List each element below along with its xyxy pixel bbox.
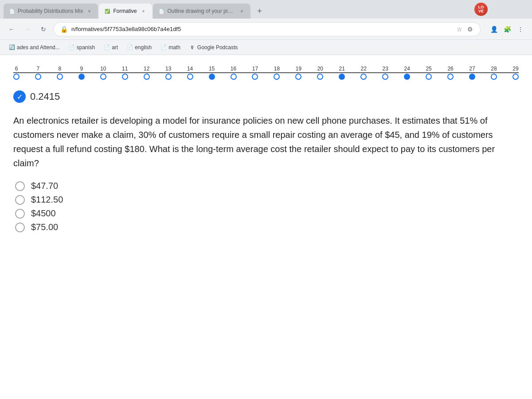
nl-point-29[interactable]: 29	[512, 66, 519, 80]
nl-circle-9[interactable]	[78, 74, 85, 80]
nl-circle-14[interactable]	[187, 74, 193, 80]
bookmark-ades-and-attend...[interactable]: 🔄ades and Attend...	[5, 43, 63, 52]
bookmark-label: spanish	[77, 44, 95, 51]
extension2-icon[interactable]: 🧩	[501, 23, 513, 35]
nl-point-24[interactable]: 24	[404, 66, 410, 80]
tab-tab1[interactable]: 📄Probability Distributions Mix×	[4, 4, 98, 19]
nl-circle-20[interactable]	[317, 74, 323, 80]
nl-circle-12[interactable]	[144, 74, 150, 80]
choice-b[interactable]: $112.50	[15, 195, 519, 205]
nl-point-8[interactable]: 8	[57, 66, 63, 80]
nl-point-7[interactable]: 7	[35, 66, 41, 80]
nl-point-6[interactable]: 6	[13, 66, 20, 80]
tab-tab3[interactable]: 📄Outline drawing of your picture E×	[153, 4, 250, 19]
nl-point-23[interactable]: 23	[382, 66, 388, 80]
nl-point-15[interactable]: 15	[209, 66, 215, 80]
nl-circle-24[interactable]	[404, 74, 410, 80]
nl-point-17[interactable]: 17	[252, 66, 258, 80]
nl-circle-6[interactable]	[13, 74, 20, 80]
profile-avatar[interactable]: LOVE	[474, 3, 488, 16]
choice-text-b: $112.50	[31, 195, 63, 205]
nl-circle-21[interactable]	[339, 74, 345, 80]
account-icon[interactable]: 👤	[488, 23, 500, 35]
nl-circle-16[interactable]	[231, 74, 237, 80]
nl-circle-18[interactable]	[274, 74, 280, 80]
choice-d[interactable]: $75.00	[15, 222, 519, 232]
nl-point-19[interactable]: 19	[295, 66, 301, 80]
menu-icon[interactable]: ⋮	[514, 23, 527, 35]
nl-number-label: 26	[447, 66, 453, 72]
nl-number-label: 16	[231, 66, 236, 72]
tab-favicon: 📄	[9, 8, 15, 14]
nl-point-20[interactable]: 20	[317, 66, 323, 80]
address-bar[interactable]: 🔒 n/formatives/5f7753a3e8a98c06b7a4e1df5…	[53, 22, 481, 36]
nl-circle-8[interactable]	[57, 74, 63, 80]
nl-circle-25[interactable]	[426, 74, 432, 80]
nl-circle-22[interactable]	[360, 74, 367, 80]
nl-number-label: 14	[187, 66, 193, 72]
page-content: 6789101112131415161718192021222324252627…	[0, 55, 532, 399]
bookmark-art[interactable]: 📄art	[100, 43, 121, 52]
nl-point-28[interactable]: 28	[491, 66, 497, 80]
address-bar-row: ← → ↻ 🔒 n/formatives/5f7753a3e8a98c06b7a…	[0, 19, 532, 40]
tab-close-button[interactable]: ×	[238, 8, 245, 15]
bookmark-star-icon[interactable]: ☆	[455, 25, 463, 33]
bookmark-google-podcasts[interactable]: 🎙Google Podcasts	[186, 43, 241, 52]
tab-close-button[interactable]: ×	[140, 8, 147, 15]
check-circle: ✓	[13, 90, 26, 103]
nl-point-25[interactable]: 25	[426, 66, 432, 80]
radio-b[interactable]	[15, 195, 25, 205]
nl-point-18[interactable]: 18	[274, 66, 280, 80]
new-tab-button[interactable]: +	[253, 5, 266, 17]
nl-point-13[interactable]: 13	[165, 66, 172, 80]
question-text: An electronics retailer is developing a …	[13, 113, 519, 170]
nl-circle-13[interactable]	[165, 74, 172, 80]
nl-circle-10[interactable]	[100, 74, 106, 80]
nl-circle-26[interactable]	[447, 74, 454, 80]
bookmarks-bar: 🔄ades and Attend...📄spanish📄art📄english📄…	[0, 40, 532, 55]
check-symbol: ✓	[17, 93, 23, 101]
nl-circle-29[interactable]	[512, 74, 519, 80]
bookmark-math[interactable]: 📄math	[157, 43, 184, 52]
nl-point-16[interactable]: 16	[231, 66, 237, 80]
nl-circle-11[interactable]	[122, 74, 128, 80]
radio-d[interactable]	[15, 223, 25, 232]
extension-icon[interactable]: ⚙	[466, 25, 474, 33]
bookmark-favicon: 📄	[160, 44, 167, 51]
bookmark-favicon: 📄	[104, 44, 110, 51]
radio-a[interactable]	[15, 181, 25, 191]
bookmark-favicon: 🎙	[189, 44, 196, 51]
choice-text-c: $4500	[31, 208, 56, 219]
nl-point-11[interactable]: 11	[122, 66, 128, 80]
nl-circle-15[interactable]	[209, 74, 215, 80]
nl-number-label: 6	[15, 66, 18, 72]
nl-circle-23[interactable]	[382, 74, 388, 80]
choice-a[interactable]: $47.70	[15, 181, 519, 191]
nl-point-26[interactable]: 26	[447, 66, 454, 80]
bookmark-favicon: 🔄	[9, 44, 15, 51]
nl-point-22[interactable]: 22	[360, 66, 367, 80]
bookmark-label: art	[112, 44, 118, 51]
radio-c[interactable]	[15, 209, 25, 219]
tab-close-button[interactable]: ×	[86, 8, 93, 15]
nl-circle-17[interactable]	[252, 74, 258, 80]
nl-point-21[interactable]: 21	[339, 66, 345, 80]
nl-point-10[interactable]: 10	[100, 66, 106, 80]
forward-button[interactable]: →	[21, 23, 34, 35]
choice-c[interactable]: $4500	[15, 208, 519, 219]
nl-circle-7[interactable]	[35, 74, 41, 80]
nl-point-27[interactable]: 27	[469, 66, 475, 80]
tab-favicon: ✅	[104, 8, 110, 14]
nl-circle-28[interactable]	[491, 74, 497, 80]
nl-number-label: 19	[296, 66, 301, 72]
nl-point-9[interactable]: 9	[78, 66, 85, 80]
nl-circle-19[interactable]	[295, 74, 301, 80]
back-button[interactable]: ←	[5, 23, 18, 35]
bookmark-english[interactable]: 📄english	[123, 43, 155, 52]
nl-circle-27[interactable]	[469, 74, 475, 80]
tab-tab2[interactable]: ✅Formative×	[99, 4, 152, 19]
nl-point-12[interactable]: 12	[144, 66, 150, 80]
reload-button[interactable]: ↻	[37, 23, 50, 35]
bookmark-spanish[interactable]: 📄spanish	[65, 43, 98, 52]
nl-point-14[interactable]: 14	[187, 66, 193, 80]
